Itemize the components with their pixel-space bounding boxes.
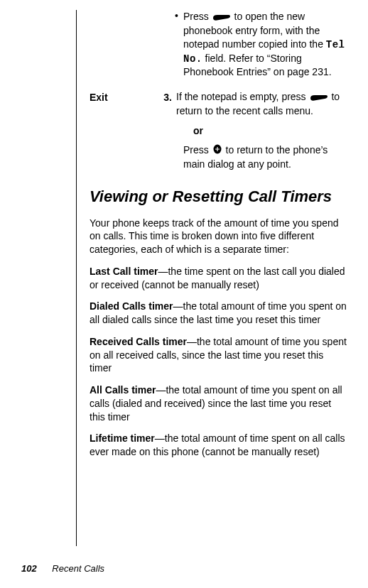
timer-name: Lifetime timer xyxy=(90,432,155,444)
end-key-icon xyxy=(213,144,222,158)
section-heading: Viewing or Resetting Call Timers xyxy=(90,187,347,206)
step-body-exit-alt: Press to return to the phone’s main dial… xyxy=(183,143,347,170)
step-exit: Exit 3. If the notepad is empty, press t… xyxy=(90,90,347,118)
timer-name: Last Call timer xyxy=(90,266,158,277)
bullet-marker: • xyxy=(175,10,183,79)
timer-name: Dialed Calls timer xyxy=(90,300,173,312)
or-separator: or xyxy=(193,125,347,136)
chapter-title: Recent Calls xyxy=(52,563,104,574)
step-num-3: 3. xyxy=(161,90,176,118)
timer-received-calls: Received Calls timer—the total amount of… xyxy=(90,335,347,375)
bullet-text: Press to open the new phonebook entry fo… xyxy=(183,10,347,79)
timer-name: Received Calls timer xyxy=(90,336,187,347)
timer-name: All Calls timer xyxy=(90,384,156,396)
timer-all-calls: All Calls timer—the total amount of time… xyxy=(90,383,347,423)
text-press: Press xyxy=(183,11,212,22)
text-press2: Press xyxy=(183,144,212,156)
softkey-icon xyxy=(310,91,328,104)
intro-paragraph: Your phone keeps track of the amount of … xyxy=(90,217,347,256)
page-footer: 102 Recent Calls xyxy=(21,563,104,574)
step-body-exit: If the notepad is empty, press to return… xyxy=(176,90,347,118)
step-label-exit: Exit xyxy=(90,90,161,118)
timer-last-call: Last Call timer—the time spent on the la… xyxy=(90,265,347,292)
bullet-phonebook-entry: • Press to open the new phonebook entry … xyxy=(175,10,347,79)
page: • Press to open the new phonebook entry … xyxy=(0,0,368,588)
timer-lifetime: Lifetime timer—the total amount of time … xyxy=(90,432,347,459)
content-column: • Press to open the new phonebook entry … xyxy=(76,10,347,546)
softkey-icon xyxy=(213,11,230,24)
page-number: 102 xyxy=(21,563,37,574)
text-if-empty: If the notepad is empty, press xyxy=(176,91,309,102)
timer-dialed-calls: Dialed Calls timer—the total amount of t… xyxy=(90,300,347,327)
text-refer: field. Refer to “Storing Phonebook Entri… xyxy=(183,53,332,78)
